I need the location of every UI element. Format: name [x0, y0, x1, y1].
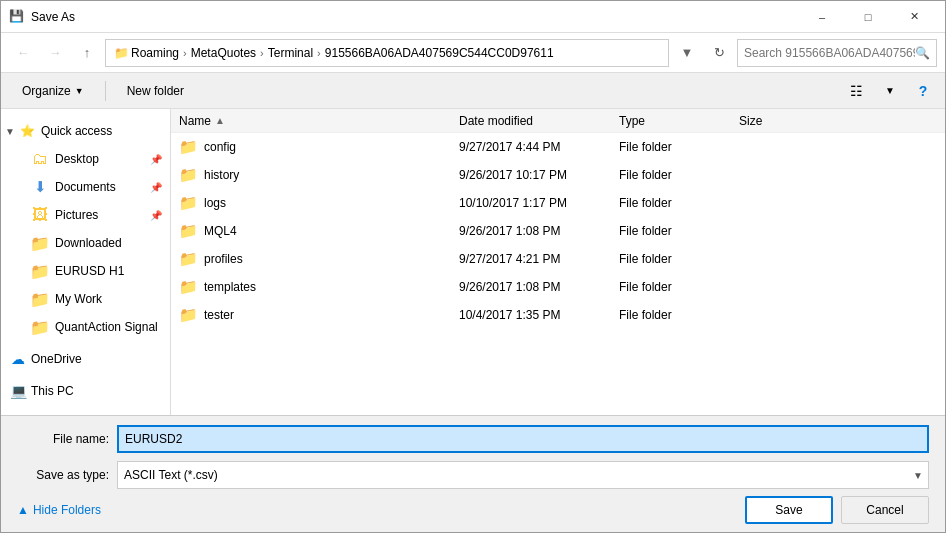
filename-label: File name: [17, 432, 117, 446]
window-title: Save As [31, 10, 799, 24]
desktop-folder-icon: 🗂 [31, 150, 49, 168]
file-name-cell: 📁 history [179, 166, 459, 184]
file-name: logs [204, 196, 226, 210]
sidebar-item-eurusd-h1[interactable]: 📁 EURUSD H1 [1, 257, 170, 285]
file-type-cell: File folder [619, 252, 739, 266]
file-type-cell: File folder [619, 224, 739, 238]
breadcrumb-roaming: Roaming [131, 46, 179, 60]
view-dropdown-button[interactable]: ▼ [875, 77, 905, 105]
maximize-button[interactable]: □ [845, 1, 891, 33]
up-button[interactable]: ↑ [73, 39, 101, 67]
table-row[interactable]: 📁 templates 9/26/2017 1:08 PM File folde… [171, 273, 945, 301]
organize-button[interactable]: Organize ▼ [9, 77, 97, 105]
col-header-date[interactable]: Date modified [459, 114, 619, 128]
quantaction-label: QuantAction Signal [55, 320, 158, 334]
table-row[interactable]: 📁 tester 10/4/2017 1:35 PM File folder [171, 301, 945, 329]
sidebar-item-my-work[interactable]: 📁 My Work [1, 285, 170, 313]
minimize-button[interactable]: – [799, 1, 845, 33]
pictures-label: Pictures [55, 208, 98, 222]
sidebar-item-desktop[interactable]: 🗂 Desktop 📌 [1, 145, 170, 173]
saveastype-select[interactable]: ASCII Text (*.csv) [117, 461, 929, 489]
table-row[interactable]: 📁 logs 10/10/2017 1:17 PM File folder [171, 189, 945, 217]
hide-folders-chevron-icon: ▲ [17, 503, 29, 517]
dropdown-button[interactable]: ▼ [673, 39, 701, 67]
search-input[interactable] [744, 46, 915, 60]
file-name: profiles [204, 252, 243, 266]
organize-label: Organize [22, 84, 71, 98]
folder-icon: 📁 [179, 138, 198, 156]
file-date-cell: 9/27/2017 4:21 PM [459, 252, 619, 266]
documents-label: Documents [55, 180, 116, 194]
folder-icon: 📁 [179, 250, 198, 268]
sidebar-item-quantaction-signal[interactable]: 📁 QuantAction Signal [1, 313, 170, 341]
back-button[interactable]: ← [9, 39, 37, 67]
file-type-cell: File folder [619, 308, 739, 322]
this-pc-label: This PC [31, 384, 74, 398]
sidebar-item-downloaded[interactable]: 📁 Downloaded [1, 229, 170, 257]
file-type-cell: File folder [619, 140, 739, 154]
quick-access-section: ▼ ⭐ Quick access 🗂 Desktop 📌 ⬇ Documents… [1, 117, 170, 341]
window-icon: 💾 [9, 9, 25, 25]
address-path[interactable]: 📁 Roaming › MetaQuotes › Terminal › 9155… [105, 39, 669, 67]
onedrive-section: ☁ OneDrive [1, 345, 170, 373]
search-box[interactable]: 🔍 [737, 39, 937, 67]
eurusd-label: EURUSD H1 [55, 264, 124, 278]
view-button[interactable]: ☷ [841, 77, 871, 105]
file-type-cell: File folder [619, 196, 739, 210]
file-date-cell: 9/27/2017 4:44 PM [459, 140, 619, 154]
folder-icon: 📁 [179, 194, 198, 212]
address-bar: ← → ↑ 📁 Roaming › MetaQuotes › Terminal … [1, 33, 945, 73]
toolbar: Organize ▼ New folder ☷ ▼ ? [1, 73, 945, 109]
sidebar-item-pictures[interactable]: 🖼 Pictures 📌 [1, 201, 170, 229]
forward-button[interactable]: → [41, 39, 69, 67]
my-work-folder-icon: 📁 [31, 290, 49, 308]
breadcrumb-id: 915566BA06ADA407569C544CC0D97611 [325, 46, 554, 60]
my-work-label: My Work [55, 292, 102, 306]
file-name-cell: 📁 MQL4 [179, 222, 459, 240]
save-label: Save [775, 503, 802, 517]
file-date-cell: 9/26/2017 10:17 PM [459, 168, 619, 182]
search-icon: 🔍 [915, 46, 930, 60]
quick-access-header[interactable]: ▼ ⭐ Quick access [1, 117, 170, 145]
bottom-panel: File name: Save as type: ASCII Text (*.c… [1, 415, 945, 532]
sidebar: ▼ ⭐ Quick access 🗂 Desktop 📌 ⬇ Documents… [1, 109, 171, 415]
quick-access-chevron-icon: ▼ [5, 126, 15, 137]
window-controls: – □ ✕ [799, 1, 937, 33]
refresh-button[interactable]: ↻ [705, 39, 733, 67]
file-rows-container: 📁 config 9/27/2017 4:44 PM File folder 📁… [171, 133, 945, 329]
sidebar-item-documents[interactable]: ⬇ Documents 📌 [1, 173, 170, 201]
breadcrumb-sep-2: › [260, 47, 264, 59]
file-date-cell: 9/26/2017 1:08 PM [459, 280, 619, 294]
table-row[interactable]: 📁 history 9/26/2017 10:17 PM File folder [171, 161, 945, 189]
file-name-cell: 📁 templates [179, 278, 459, 296]
onedrive-icon: ☁ [9, 350, 27, 368]
folder-icon: 📁 [179, 306, 198, 324]
saveastype-label: Save as type: [17, 468, 117, 482]
new-folder-button[interactable]: New folder [114, 77, 197, 105]
file-type-cell: File folder [619, 168, 739, 182]
filename-input[interactable] [117, 425, 929, 453]
breadcrumb-sep-3: › [317, 47, 321, 59]
table-row[interactable]: 📁 config 9/27/2017 4:44 PM File folder [171, 133, 945, 161]
buttons-row: ▲ Hide Folders Save Cancel [17, 496, 929, 524]
main-content: ▼ ⭐ Quick access 🗂 Desktop 📌 ⬇ Documents… [1, 109, 945, 415]
file-list-header: Name ▲ Date modified Type Size [171, 109, 945, 133]
file-date-cell: 10/10/2017 1:17 PM [459, 196, 619, 210]
table-row[interactable]: 📁 MQL4 9/26/2017 1:08 PM File folder [171, 217, 945, 245]
help-button[interactable]: ? [909, 77, 937, 105]
close-button[interactable]: ✕ [891, 1, 937, 33]
col-header-name[interactable]: Name ▲ [179, 114, 459, 128]
desktop-label: Desktop [55, 152, 99, 166]
file-name-cell: 📁 logs [179, 194, 459, 212]
col-header-type[interactable]: Type [619, 114, 739, 128]
onedrive-item[interactable]: ☁ OneDrive [1, 345, 170, 373]
this-pc-item[interactable]: 💻 This PC [1, 377, 170, 405]
documents-icon: ⬇ [31, 178, 49, 196]
col-header-size[interactable]: Size [739, 114, 819, 128]
file-name: config [204, 140, 236, 154]
save-button[interactable]: Save [745, 496, 833, 524]
cancel-button[interactable]: Cancel [841, 496, 929, 524]
table-row[interactable]: 📁 profiles 9/27/2017 4:21 PM File folder [171, 245, 945, 273]
file-name: history [204, 168, 239, 182]
hide-folders-link[interactable]: ▲ Hide Folders [17, 503, 101, 517]
